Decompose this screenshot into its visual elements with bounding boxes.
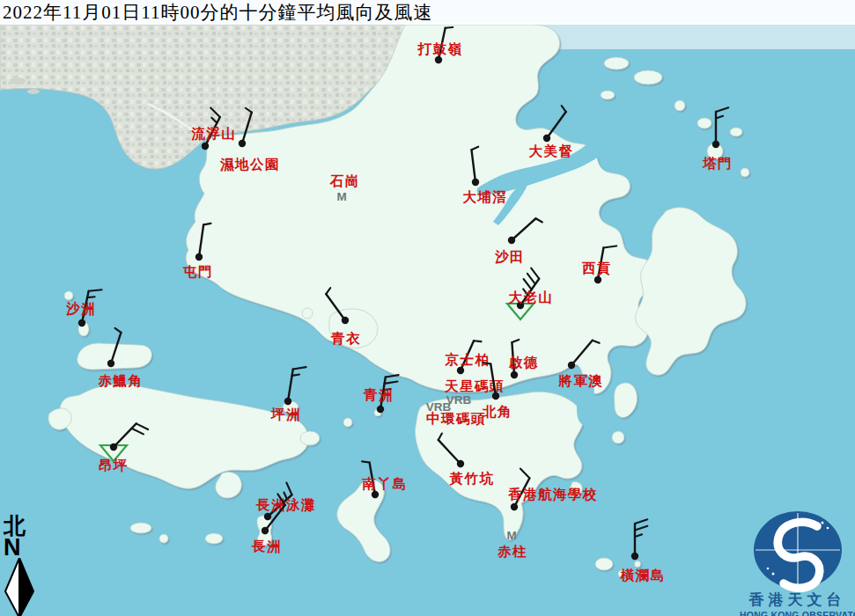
crooked-island — [604, 57, 629, 70]
small-island — [601, 91, 615, 99]
station-label: 中環碼頭 — [426, 411, 486, 426]
station-dot — [543, 135, 550, 142]
station-label: 昂坪 — [99, 458, 129, 473]
station-label: 赤鱲角 — [98, 373, 144, 388]
station-dot — [284, 398, 291, 405]
station-label: 坪洲 — [270, 407, 301, 422]
hko-logo-text: 香港天文台 HONG KONG OBSERVATORY — [740, 588, 855, 616]
station-dot — [202, 143, 209, 150]
small-island — [159, 534, 168, 543]
waglan-islet — [635, 561, 641, 568]
shek-kwu-chau-island — [205, 533, 223, 544]
logo-dot — [767, 568, 770, 570]
compass-needle-right — [19, 558, 33, 616]
wind-barb-feather — [87, 297, 94, 297]
station-label: 流浮山 — [191, 126, 237, 141]
logo-dot — [772, 573, 775, 576]
station-label: 石崗 — [329, 173, 360, 188]
wind-barb-feather — [474, 341, 481, 341]
station-label: 赤柱 — [497, 544, 527, 559]
map-title: 2022年11月01日11時00分的十分鐘平均風向及風速 — [0, 0, 432, 25]
station-label: 將軍澳 — [558, 373, 604, 388]
station-label: 濕地公園 — [219, 157, 280, 172]
station-label: 屯門 — [182, 264, 213, 279]
station-dot — [195, 253, 203, 260]
hko-name-latin: HONG KONG OBSERVATORY — [740, 610, 855, 616]
station-dot — [492, 392, 499, 400]
station-dot — [107, 360, 114, 367]
wind-map-app: 打鼓嶺流浮山濕地公園M石崗大埔滘大美督塔門屯門沙洲沙田西貢大老山青衣赤鱲角京士柏… — [0, 0, 855, 616]
station-label: 京士柏 — [445, 352, 490, 367]
station-label: 塔門 — [702, 156, 733, 171]
wind-barb-feather — [446, 27, 453, 28]
station-label: 啟德 — [508, 355, 539, 370]
station-label: 沙洲 — [66, 301, 96, 316]
hei-ling-chau-island — [300, 431, 320, 445]
hko-logo — [754, 511, 842, 589]
kat-o-island — [634, 70, 662, 84]
small-island — [741, 168, 749, 177]
station-label: 大埔滘 — [463, 189, 508, 204]
station-dot — [377, 406, 384, 413]
station-dot — [511, 503, 518, 510]
station-dot — [78, 319, 85, 326]
compass-needle-left — [5, 558, 19, 616]
station-dot — [239, 140, 246, 147]
starling-inlet-water — [558, 68, 586, 91]
airport-island — [77, 343, 152, 370]
soko-islands — [130, 523, 151, 533]
station-label: 大老山 — [509, 290, 554, 304]
wind-barb-feather — [203, 224, 210, 224]
logo-dot — [822, 522, 824, 524]
station-label: 青衣 — [330, 331, 361, 346]
station-label: 北角 — [482, 404, 512, 419]
station-label: 黃竹坑 — [449, 471, 495, 486]
hko-name-cjk: 香港天文台 — [740, 590, 855, 610]
port-island — [674, 100, 685, 111]
station-dot — [568, 362, 575, 369]
small-island — [697, 118, 711, 128]
compass-north-latin: N — [4, 537, 39, 558]
station-label: 香港航海學校 — [507, 487, 598, 502]
station-label: 打鼓嶺 — [417, 41, 463, 56]
station-dot — [372, 491, 379, 498]
station-dot — [631, 553, 638, 560]
station-dot — [511, 371, 518, 378]
station-dot — [457, 460, 464, 467]
station-label: 長洲 — [251, 539, 282, 554]
station-dot — [262, 527, 269, 534]
lung-kwu-chau-islet — [64, 291, 73, 300]
station-marker-m: M — [506, 529, 516, 542]
wind-barb-feather — [362, 461, 369, 462]
station-dot — [712, 141, 719, 148]
wind-barb-feather — [483, 363, 490, 363]
station-dot — [472, 179, 479, 186]
deep-bay-islet — [10, 77, 26, 84]
kau-yi-chau-island — [343, 418, 352, 427]
wind-barb-feather — [292, 375, 299, 376]
station-dot — [594, 276, 601, 283]
station-dot — [435, 56, 442, 63]
plover-cove-water — [556, 115, 602, 135]
logo-dot — [827, 527, 829, 530]
compass: 北 N — [4, 516, 39, 616]
station-dot — [508, 237, 515, 244]
deep-bay-islet — [27, 89, 40, 94]
station-label: 橫瀾島 — [620, 568, 666, 583]
po-toi-island — [595, 558, 613, 570]
station-dot — [457, 367, 464, 374]
station-marker-m: M — [336, 190, 346, 203]
map-title-bar: 2022年11月01日11時00分的十分鐘平均風向及風速 — [0, 0, 855, 25]
station-label: 西貢 — [581, 260, 612, 276]
station-dot — [264, 513, 271, 520]
station-dot — [110, 444, 117, 451]
tung-lung-island — [612, 431, 624, 444]
station-dot — [342, 317, 349, 324]
map-canvas: 打鼓嶺流浮山濕地公園M石崗大埔滘大美督塔門屯門沙洲沙田西貢大老山青衣赤鱲角京士柏… — [0, 0, 855, 616]
compass-needle — [4, 558, 35, 616]
station-label: 青洲 — [363, 387, 394, 402]
small-island — [730, 128, 742, 136]
ma-wan-island — [302, 308, 313, 319]
station-label: 南丫島 — [362, 476, 408, 491]
station-label: 大美督 — [529, 143, 574, 158]
